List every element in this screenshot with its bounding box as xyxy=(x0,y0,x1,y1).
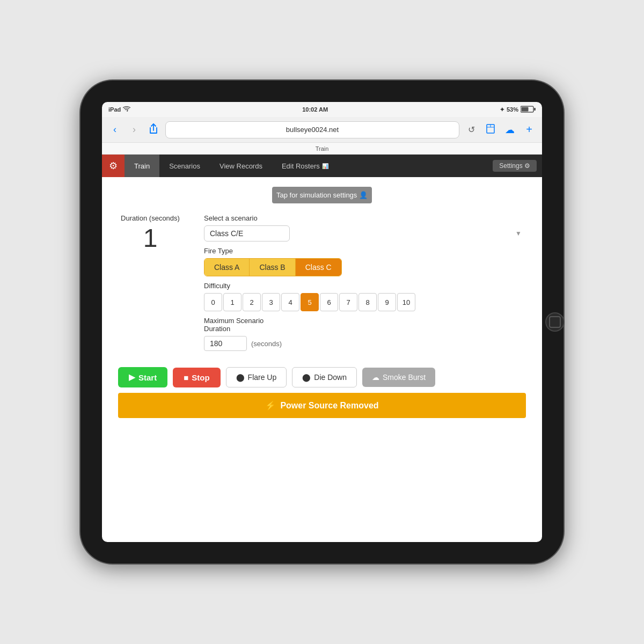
main-area: Duration (seconds) 1 Select a scenario C… xyxy=(102,209,542,542)
tab-label: Train xyxy=(316,145,329,152)
back-button[interactable]: ‹ xyxy=(107,122,122,137)
reload-button[interactable]: ↺ xyxy=(464,125,479,135)
scenario-select[interactable]: Class C/E Class A Class B Class D xyxy=(204,225,290,241)
settings-button[interactable]: Settings ⚙ xyxy=(493,160,537,172)
status-right: ✦ 53% xyxy=(500,106,536,114)
browser-bar: ‹ › bullseye0024.net ↺ xyxy=(102,117,542,143)
ipad-frame: iPad 10:02 AM ✦ 53% xyxy=(80,80,564,564)
diff-btn-0[interactable]: 0 xyxy=(204,293,222,311)
stop-label: Stop xyxy=(192,373,209,382)
start-play-icon: ▶ xyxy=(129,372,135,382)
nav-edit-rosters-label: Edit Rosters xyxy=(282,162,320,170)
url-text: bullseye0024.net xyxy=(286,126,339,134)
cloud-button[interactable]: ☁ xyxy=(502,124,517,136)
home-button-inner xyxy=(549,316,561,328)
nav-train-label: Train xyxy=(134,162,150,170)
die-down-icon: ⬤ xyxy=(302,373,311,382)
duration-value: 1 xyxy=(143,225,158,251)
forward-icon: › xyxy=(133,124,136,135)
battery-icon xyxy=(521,106,536,114)
difficulty-label: Difficulty xyxy=(204,282,526,290)
nav-scenarios-label: Scenarios xyxy=(169,162,200,170)
max-duration-unit: (seconds) xyxy=(251,340,282,348)
app-nav-items: Train Scenarios View Records Edit Roster… xyxy=(125,155,338,177)
sim-settings-bar[interactable]: Tap for simulation settings 👤 xyxy=(272,187,372,203)
flare-up-button[interactable]: ⬤ Flare Up xyxy=(226,367,287,387)
svg-rect-2 xyxy=(534,108,536,111)
bluetooth-icon: ✦ xyxy=(500,106,504,113)
duration-label: Duration (seconds) xyxy=(121,214,180,222)
book-icon xyxy=(486,126,495,135)
diff-btn-3[interactable]: 3 xyxy=(262,293,280,311)
power-lightning-icon: ⚡ xyxy=(265,400,276,411)
power-source-label: Power Source Removed xyxy=(280,401,378,411)
duration-section: Duration (seconds) 1 xyxy=(118,214,182,351)
home-button[interactable] xyxy=(545,312,565,332)
scenario-select-wrapper: Class C/E Class A Class B Class D ▼ xyxy=(204,225,526,241)
nav-view-records-label: View Records xyxy=(219,162,262,170)
svg-rect-1 xyxy=(522,107,529,111)
app-content: ⚙ Train Scenarios View Records Edit Rost… xyxy=(102,155,542,542)
start-button[interactable]: ▶ Start xyxy=(118,367,167,387)
fire-btn-class-a[interactable]: Class A xyxy=(204,259,249,276)
action-buttons: ▶ Start ■ Stop ⬤ Flare Up ⬤ Die Down xyxy=(118,367,526,387)
smoke-burst-label: Smoke Burst xyxy=(383,373,426,382)
flare-up-icon: ⬤ xyxy=(236,373,245,382)
time-display: 10:02 AM xyxy=(302,106,328,113)
flare-up-label: Flare Up xyxy=(248,373,277,382)
status-left: iPad xyxy=(108,106,130,113)
die-down-label: Die Down xyxy=(314,373,347,382)
die-down-button[interactable]: ⬤ Die Down xyxy=(292,367,357,387)
url-bar[interactable]: bullseye0024.net xyxy=(165,121,459,138)
fire-type-buttons: Class A Class B Class C xyxy=(204,258,342,276)
diff-btn-10[interactable]: 10 xyxy=(397,293,415,311)
diff-btn-5[interactable]: 5 xyxy=(301,293,319,311)
fire-type-label: Fire Type xyxy=(204,247,526,255)
stop-button[interactable]: ■ Stop xyxy=(173,368,220,387)
share-button[interactable] xyxy=(146,122,161,137)
diff-btn-6[interactable]: 6 xyxy=(320,293,338,311)
smoke-burst-icon: ☁ xyxy=(372,373,379,382)
logo-icon: ⚙ xyxy=(109,160,118,172)
max-duration-input[interactable] xyxy=(204,336,247,351)
power-source-bar[interactable]: ⚡ Power Source Removed xyxy=(118,393,526,418)
diff-btn-4[interactable]: 4 xyxy=(281,293,299,311)
back-icon: ‹ xyxy=(113,124,116,135)
start-label: Start xyxy=(138,373,157,382)
fire-btn-class-b[interactable]: Class B xyxy=(249,259,295,276)
diff-btn-8[interactable]: 8 xyxy=(358,293,377,311)
diff-btn-7[interactable]: 7 xyxy=(339,293,357,311)
max-duration-label: Maximum ScenarioDuration xyxy=(204,317,526,333)
stop-square-icon: ■ xyxy=(184,373,188,382)
app-logo: ⚙ xyxy=(102,155,125,177)
forward-button[interactable]: › xyxy=(127,122,142,137)
difficulty-buttons: 0 1 2 3 4 5 6 7 8 9 10 xyxy=(204,293,526,311)
nav-item-view-records[interactable]: View Records xyxy=(210,155,272,177)
max-duration-row: (seconds) xyxy=(204,336,526,351)
new-tab-button[interactable]: + xyxy=(522,123,537,136)
plus-icon: + xyxy=(526,123,532,135)
sim-settings-label: Tap for simulation settings 👤 xyxy=(276,191,368,199)
diff-btn-2[interactable]: 2 xyxy=(243,293,261,311)
diff-btn-1[interactable]: 1 xyxy=(223,293,241,311)
nav-item-scenarios[interactable]: Scenarios xyxy=(159,155,210,177)
scenario-label: Select a scenario xyxy=(204,214,526,222)
nav-item-train[interactable]: Train xyxy=(125,155,159,177)
fire-btn-class-c[interactable]: Class C xyxy=(295,259,341,276)
ipad-screen: iPad 10:02 AM ✦ 53% xyxy=(102,102,542,542)
tab-bar: Train xyxy=(102,143,542,155)
cloud-icon: ☁ xyxy=(505,125,515,135)
select-arrow-icon: ▼ xyxy=(515,230,522,237)
carrier-label: iPad xyxy=(108,106,121,113)
nav-item-edit-rosters[interactable]: Edit Rosters 📊 xyxy=(272,155,338,177)
settings-label: Settings ⚙ xyxy=(499,162,530,170)
reload-icon: ↺ xyxy=(468,125,475,134)
smoke-burst-button[interactable]: ☁ Smoke Burst xyxy=(362,368,435,387)
app-nav: ⚙ Train Scenarios View Records Edit Rost… xyxy=(102,155,542,177)
status-bar: iPad 10:02 AM ✦ 53% xyxy=(102,102,542,117)
wifi-icon xyxy=(123,106,130,113)
bookmarks-button[interactable] xyxy=(483,124,498,136)
share-icon xyxy=(149,123,158,136)
diff-btn-9[interactable]: 9 xyxy=(378,293,396,311)
battery-percent: 53% xyxy=(507,106,518,113)
